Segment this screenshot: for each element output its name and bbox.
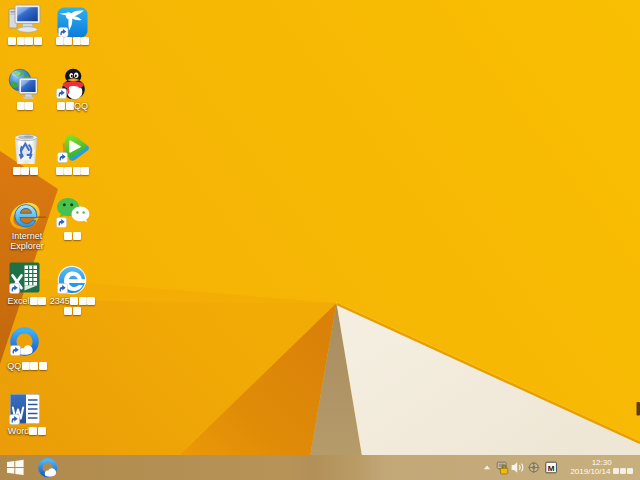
- svg-text:M: M: [548, 464, 555, 473]
